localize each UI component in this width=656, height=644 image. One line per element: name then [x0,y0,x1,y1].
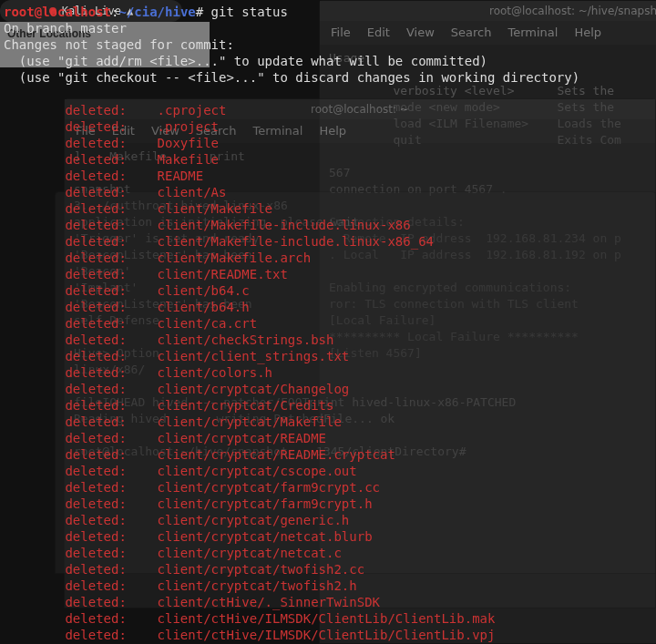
status-line: (use "git add/rm <file>..." to update wh… [4,54,487,68]
deleted-entry: deleted: client/Makefile-include.linux-x… [4,234,434,249]
deleted-entry: deleted: client/cryptcat/cscope.out [4,464,357,478]
command-text: git status [211,5,288,19]
deleted-entry: deleted: client/Makefile [4,201,272,216]
deleted-entry: deleted: client/cryptcat/twofish2.cc [4,562,364,577]
deleted-entry: deleted: client/Makefile.arch [4,250,311,265]
deleted-entry: deleted: client/cryptcat/netcat.blurb [4,529,373,544]
deleted-entry: deleted: client/As [4,185,226,199]
prompt-path: ~/cia/hive [118,5,195,19]
deleted-entry: deleted: client/README.txt [4,267,288,281]
deleted-entry: deleted: client/ca.crt [4,316,257,331]
foreground-terminal[interactable]: root@localhost:~/cia/hive# git status On… [0,0,656,644]
deleted-entry: deleted: client/cryptcat/README.cryptcat [4,447,395,462]
deleted-entry: deleted: .project [4,119,219,134]
deleted-entry: deleted: client/cryptcat/Changelog [4,382,349,396]
deleted-entry: deleted: Makefile [4,152,219,167]
status-line: Changes not staged for commit: [4,37,234,52]
deleted-entry: deleted: client/cryptcat/Makefile [4,414,342,429]
deleted-entry: deleted: client/cryptcat/farm9crypt.h [4,496,373,511]
deleted-entry: deleted: client/b64.c [4,283,250,298]
deleted-entry: deleted: client/colors.h [4,365,272,380]
deleted-entry: deleted: client/ctHive/ILMSDK/ClientLib/… [4,628,495,642]
prompt-user-host: root@localhost [4,5,111,19]
deleted-entry: deleted: README [4,169,203,183]
deleted-entry: deleted: client/cryptcat/farm9crypt.cc [4,480,380,495]
status-line: On branch master [4,21,127,36]
prompt-hash: # [196,5,211,19]
deleted-entry: deleted: client/ctHive/._SinnerTwinSDK [4,595,380,609]
deleted-entry: deleted: client/ctHive/ILMSDK/ClientLib/… [4,611,495,626]
deleted-entry: deleted: client/b64.h [4,300,250,314]
deleted-entry: deleted: client/cryptcat/generic.h [4,513,349,527]
deleted-entry: deleted: Doxyfile [4,136,219,150]
deleted-entry: deleted: client/cryptcat/netcat.c [4,546,342,560]
deleted-entry: deleted: client/cryptcat/README [4,431,326,445]
deleted-entry: deleted: client/client_strings.txt [4,349,349,363]
deleted-entry: deleted: client/checkStrings.bsh [4,332,333,347]
deleted-entry: deleted: client/Makefile-include.linux-x… [4,218,411,232]
deleted-entry: deleted: client/cryptcat/twofish2.h [4,578,357,593]
deleted-entry: deleted: client/cryptcat/Credits [4,398,333,413]
deleted-entry: deleted: .cproject [4,103,226,118]
status-line: (use "git checkout -- <file>..." to disc… [4,70,579,85]
